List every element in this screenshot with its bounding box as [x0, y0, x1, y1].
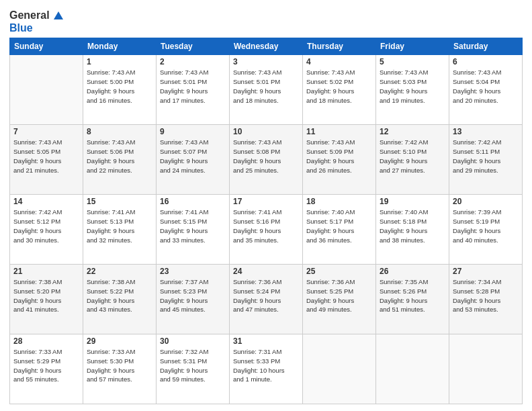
day-info: Sunrise: 7:43 AM Sunset: 5:07 PM Dayligh… — [160, 138, 226, 175]
day-number: 23 — [160, 267, 226, 276]
day-number: 11 — [306, 127, 372, 136]
day-info: Sunrise: 7:40 AM Sunset: 5:17 PM Dayligh… — [306, 208, 372, 244]
calendar-cell — [10, 55, 83, 125]
day-info: Sunrise: 7:43 AM Sunset: 5:04 PM Dayligh… — [453, 68, 519, 105]
day-info: Sunrise: 7:43 AM Sunset: 5:05 PM Dayligh… — [13, 138, 79, 175]
day-info: Sunrise: 7:39 AM Sunset: 5:19 PM Dayligh… — [453, 208, 519, 244]
day-number: 28 — [13, 336, 79, 346]
day-number: 31 — [233, 336, 299, 346]
day-info: Sunrise: 7:43 AM Sunset: 5:08 PM Dayligh… — [233, 138, 299, 175]
calendar-header-cell: Friday — [376, 38, 449, 55]
calendar-header-cell: Tuesday — [157, 38, 230, 55]
day-info: Sunrise: 7:43 AM Sunset: 5:00 PM Dayligh… — [87, 68, 152, 105]
header: General Blue — [9, 7, 523, 34]
day-info: Sunrise: 7:41 AM Sunset: 5:13 PM Dayligh… — [87, 208, 152, 244]
day-info: Sunrise: 7:36 AM Sunset: 5:25 PM Dayligh… — [306, 277, 372, 314]
calendar-header-cell: Sunday — [10, 38, 83, 55]
day-number: 8 — [87, 127, 152, 136]
calendar-cell: 20Sunrise: 7:39 AM Sunset: 5:19 PM Dayli… — [449, 195, 523, 265]
calendar-cell: 12Sunrise: 7:42 AM Sunset: 5:10 PM Dayli… — [376, 125, 449, 195]
calendar-cell: 24Sunrise: 7:36 AM Sunset: 5:24 PM Dayli… — [230, 265, 303, 334]
day-number: 26 — [380, 267, 445, 276]
day-info: Sunrise: 7:35 AM Sunset: 5:26 PM Dayligh… — [380, 277, 445, 314]
calendar-cell: 23Sunrise: 7:37 AM Sunset: 5:23 PM Dayli… — [157, 265, 230, 334]
calendar-cell: 17Sunrise: 7:41 AM Sunset: 5:16 PM Dayli… — [230, 195, 303, 265]
day-number: 16 — [160, 197, 226, 206]
day-number: 13 — [453, 127, 519, 136]
day-number: 5 — [380, 57, 445, 66]
day-number: 15 — [87, 197, 152, 206]
page: General Blue SundayMondayTuesdayWednesda… — [0, 0, 532, 411]
calendar-cell: 22Sunrise: 7:38 AM Sunset: 5:22 PM Dayli… — [83, 265, 157, 334]
calendar-header-row: SundayMondayTuesdayWednesdayThursdayFrid… — [10, 38, 523, 55]
day-info: Sunrise: 7:31 AM Sunset: 5:33 PM Dayligh… — [233, 347, 299, 384]
day-number: 17 — [233, 197, 299, 206]
calendar-cell: 14Sunrise: 7:42 AM Sunset: 5:12 PM Dayli… — [10, 195, 83, 265]
day-info: Sunrise: 7:40 AM Sunset: 5:18 PM Dayligh… — [380, 208, 445, 244]
day-number: 29 — [87, 336, 152, 346]
calendar-cell: 28Sunrise: 7:33 AM Sunset: 5:29 PM Dayli… — [10, 334, 83, 404]
day-number: 12 — [380, 127, 445, 136]
day-info: Sunrise: 7:43 AM Sunset: 5:02 PM Dayligh… — [306, 68, 372, 105]
day-info: Sunrise: 7:37 AM Sunset: 5:23 PM Dayligh… — [160, 277, 226, 314]
calendar-cell: 9Sunrise: 7:43 AM Sunset: 5:07 PM Daylig… — [157, 125, 230, 195]
day-number: 18 — [306, 197, 372, 206]
day-info: Sunrise: 7:43 AM Sunset: 5:03 PM Dayligh… — [380, 68, 445, 105]
logo-line1: General — [9, 9, 64, 22]
calendar-cell: 31Sunrise: 7:31 AM Sunset: 5:33 PM Dayli… — [230, 334, 303, 404]
calendar-header-cell: Monday — [83, 38, 157, 55]
day-number: 9 — [160, 127, 226, 136]
day-info: Sunrise: 7:32 AM Sunset: 5:31 PM Dayligh… — [160, 347, 226, 384]
day-number: 27 — [453, 267, 519, 276]
calendar-cell: 27Sunrise: 7:34 AM Sunset: 5:28 PM Dayli… — [449, 265, 523, 334]
logo-line2: Blue — [9, 22, 64, 34]
day-number: 24 — [233, 267, 299, 276]
day-info: Sunrise: 7:43 AM Sunset: 5:01 PM Dayligh… — [160, 68, 226, 105]
calendar-body: 1Sunrise: 7:43 AM Sunset: 5:00 PM Daylig… — [10, 55, 523, 404]
day-number: 6 — [453, 57, 519, 66]
day-info: Sunrise: 7:33 AM Sunset: 5:29 PM Dayligh… — [13, 347, 79, 384]
day-number: 3 — [233, 57, 299, 66]
calendar-cell: 2Sunrise: 7:43 AM Sunset: 5:01 PM Daylig… — [157, 55, 230, 125]
calendar-cell: 8Sunrise: 7:43 AM Sunset: 5:06 PM Daylig… — [83, 125, 157, 195]
calendar-cell: 1Sunrise: 7:43 AM Sunset: 5:00 PM Daylig… — [83, 55, 157, 125]
calendar-week-row: 21Sunrise: 7:38 AM Sunset: 5:20 PM Dayli… — [10, 265, 523, 334]
calendar-cell: 21Sunrise: 7:38 AM Sunset: 5:20 PM Dayli… — [10, 265, 83, 334]
calendar-cell: 15Sunrise: 7:41 AM Sunset: 5:13 PM Dayli… — [83, 195, 157, 265]
day-info: Sunrise: 7:43 AM Sunset: 5:09 PM Dayligh… — [306, 138, 372, 175]
calendar-cell — [449, 334, 523, 404]
day-number: 20 — [453, 197, 519, 206]
logo: General Blue — [9, 9, 64, 34]
day-info: Sunrise: 7:36 AM Sunset: 5:24 PM Dayligh… — [233, 277, 299, 314]
day-number: 4 — [306, 57, 372, 66]
calendar-cell: 18Sunrise: 7:40 AM Sunset: 5:17 PM Dayli… — [303, 195, 376, 265]
calendar-week-row: 7Sunrise: 7:43 AM Sunset: 5:05 PM Daylig… — [10, 125, 523, 195]
calendar-cell: 30Sunrise: 7:32 AM Sunset: 5:31 PM Dayli… — [157, 334, 230, 404]
calendar-cell: 7Sunrise: 7:43 AM Sunset: 5:05 PM Daylig… — [10, 125, 83, 195]
calendar-cell — [376, 334, 449, 404]
calendar-cell: 5Sunrise: 7:43 AM Sunset: 5:03 PM Daylig… — [376, 55, 449, 125]
svg-marker-0 — [54, 11, 63, 19]
day-info: Sunrise: 7:34 AM Sunset: 5:28 PM Dayligh… — [453, 277, 519, 314]
logo-icon — [52, 10, 64, 22]
day-info: Sunrise: 7:42 AM Sunset: 5:12 PM Dayligh… — [13, 208, 79, 244]
calendar-cell: 26Sunrise: 7:35 AM Sunset: 5:26 PM Dayli… — [376, 265, 449, 334]
calendar-header-cell: Wednesday — [230, 38, 303, 55]
day-info: Sunrise: 7:43 AM Sunset: 5:01 PM Dayligh… — [233, 68, 299, 105]
calendar-cell: 11Sunrise: 7:43 AM Sunset: 5:09 PM Dayli… — [303, 125, 376, 195]
day-number: 25 — [306, 267, 372, 276]
calendar-header-cell: Thursday — [303, 38, 376, 55]
calendar-cell: 4Sunrise: 7:43 AM Sunset: 5:02 PM Daylig… — [303, 55, 376, 125]
calendar-week-row: 1Sunrise: 7:43 AM Sunset: 5:00 PM Daylig… — [10, 55, 523, 125]
day-number: 10 — [233, 127, 299, 136]
day-number: 19 — [380, 197, 445, 206]
day-number: 14 — [13, 197, 79, 206]
calendar-cell: 19Sunrise: 7:40 AM Sunset: 5:18 PM Dayli… — [376, 195, 449, 265]
day-info: Sunrise: 7:42 AM Sunset: 5:10 PM Dayligh… — [380, 138, 445, 175]
day-info: Sunrise: 7:33 AM Sunset: 5:30 PM Dayligh… — [87, 347, 152, 384]
day-info: Sunrise: 7:41 AM Sunset: 5:16 PM Dayligh… — [233, 208, 299, 244]
calendar-cell: 13Sunrise: 7:42 AM Sunset: 5:11 PM Dayli… — [449, 125, 523, 195]
calendar-table: SundayMondayTuesdayWednesdayThursdayFrid… — [9, 38, 523, 404]
calendar-cell: 10Sunrise: 7:43 AM Sunset: 5:08 PM Dayli… — [230, 125, 303, 195]
calendar-week-row: 14Sunrise: 7:42 AM Sunset: 5:12 PM Dayli… — [10, 195, 523, 265]
